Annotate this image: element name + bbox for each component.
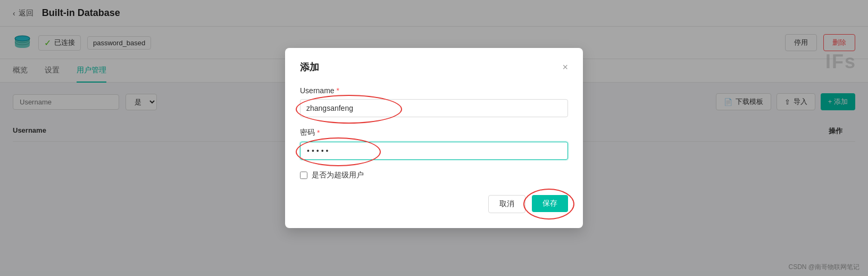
modal-footer: 取消 保存 <box>300 195 568 213</box>
cancel-button[interactable]: 取消 <box>488 195 525 213</box>
username-field: Username * zhangsanfeng <box>300 86 568 117</box>
modal-title: 添加 <box>300 61 319 74</box>
password-field: 密码 * <box>300 128 568 160</box>
password-input-wrapper <box>300 142 568 160</box>
superuser-label[interactable]: 是否为超级用户 <box>312 171 364 180</box>
modal-close-button[interactable]: × <box>562 62 568 72</box>
add-user-modal: 添加 × Username * zhangsanfeng <box>285 48 583 228</box>
username-required-star: * <box>337 86 339 95</box>
page-background: ‹ 返回 Built-in Database ✓ 已连接 password_ba… <box>0 0 868 276</box>
username-input-wrapper: zhangsanfeng <box>300 99 568 117</box>
superuser-checkbox-row: 是否为超级用户 <box>300 171 568 180</box>
save-button[interactable]: 保存 <box>532 195 568 212</box>
username-input[interactable] <box>300 99 568 117</box>
save-button-wrapper: 保存 <box>532 195 568 213</box>
modal-overlay: 添加 × Username * zhangsanfeng <box>0 0 868 276</box>
username-label: Username * <box>300 86 568 95</box>
modal-header: 添加 × <box>300 61 568 74</box>
superuser-checkbox[interactable] <box>300 172 307 179</box>
password-input[interactable] <box>300 142 568 160</box>
password-label: 密码 * <box>300 128 568 137</box>
password-required-star: * <box>317 128 320 137</box>
